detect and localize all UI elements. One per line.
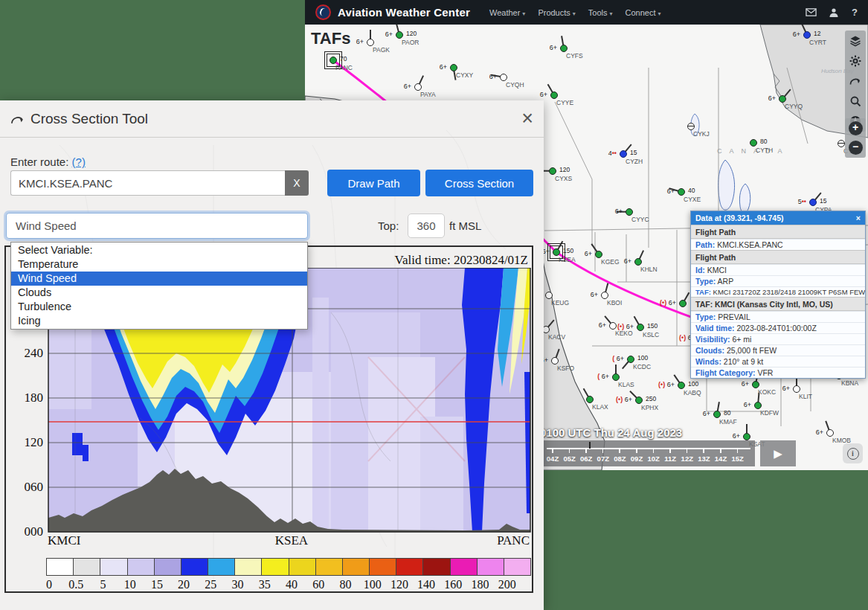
chevron-down-icon: ▾	[573, 10, 576, 17]
nav-item-connect[interactable]: Connect▾	[626, 8, 661, 17]
station-label: KSEA	[559, 256, 576, 263]
popup-data-row: TAF: KMCI 231720Z 2318/2418 21009KT P6SM…	[691, 286, 865, 297]
station-label: PAOR	[402, 39, 419, 46]
nav-item-products[interactable]: Products▾	[538, 8, 575, 17]
timeline-tick	[585, 449, 587, 453]
station-symbol-icon	[595, 251, 602, 258]
colorbar-tick-label: 80	[339, 578, 351, 591]
dropdown-option-wind-speed[interactable]: Wind Speed	[11, 272, 307, 286]
dropdown-option-icing[interactable]: Icing	[11, 314, 307, 328]
y-axis-tick-label: 000	[10, 524, 43, 539]
timeline-tick-label[interactable]: 15Z	[731, 455, 743, 463]
colorbar-tick-label: 140	[417, 578, 435, 591]
dropdown-option-turbulence[interactable]: Turbulence	[11, 300, 307, 314]
chevron-down-icon: ▾	[658, 10, 661, 17]
dropdown-option-clouds[interactable]: Clouds	[11, 286, 307, 300]
route-input[interactable]	[10, 170, 285, 196]
popup-data-row: Visibility: 6+ mi	[691, 333, 865, 344]
colorbar-cell	[316, 559, 343, 575]
station-label: CYXY	[456, 71, 473, 79]
cross-section-button[interactable]: Cross Section	[425, 170, 533, 196]
station-label: KMAF	[719, 418, 737, 426]
timeline-tick-label[interactable]: 12Z	[681, 455, 693, 463]
colorbar-cell	[451, 559, 478, 575]
timeline-tick-label[interactable]: 10Z	[647, 455, 659, 463]
search-icon[interactable]	[848, 94, 863, 109]
colorbar-tick-label: 30	[232, 578, 244, 591]
map-tool-rail	[845, 30, 866, 132]
colorbar-tick-label: 0	[46, 578, 52, 591]
station-symbol-icon	[809, 199, 817, 206]
colorbar-cell	[370, 559, 396, 575]
timeline-slider[interactable]: 04Z05Z06Z07Z08Z09Z10Z11Z12Z13Z14Z15Z	[544, 440, 755, 466]
variable-dropdown-list: Select Variable:TemperatureWind SpeedClo…	[10, 242, 308, 330]
colorbar-cell	[396, 559, 423, 575]
colorbar	[46, 558, 531, 576]
top-input[interactable]	[408, 214, 445, 238]
layers-icon[interactable]	[848, 33, 863, 48]
zoom-out-icon[interactable]: −	[849, 141, 863, 155]
station-symbol-icon	[803, 31, 811, 39]
popup-data-row: Type: ARP	[691, 275, 865, 286]
popup-data-row: Flight Category: VFR	[691, 367, 865, 378]
station-label: KOKC	[758, 388, 776, 396]
route-help-link[interactable]: (?)	[72, 155, 86, 168]
play-button[interactable]: ▶	[760, 440, 796, 466]
station-symbol-icon	[637, 324, 644, 331]
chart-valid-time: Valid time: 20230824/01Z	[395, 253, 528, 268]
colorbar-labels: 00.5510152025303540608010012014016018020…	[46, 578, 531, 593]
timeline-tick-label[interactable]: 04Z	[547, 455, 559, 463]
station-label: KPHX	[641, 404, 658, 411]
colorbar-cell	[504, 559, 530, 575]
info-button[interactable]: i	[843, 443, 863, 463]
x-axis-station-label: PANC	[497, 533, 530, 548]
zoom-in-icon[interactable]: +	[849, 121, 863, 135]
variable-select[interactable]: Wind Speed	[6, 213, 308, 239]
header-icons: ?	[806, 7, 858, 18]
timeline-tick-label[interactable]: 13Z	[698, 455, 710, 463]
canada-label: C A N A D A	[717, 147, 785, 155]
mail-icon[interactable]	[806, 7, 817, 17]
popup-data-row: Valid time: 2023-08-24T01:00:00Z	[691, 322, 865, 333]
cross-section-icon[interactable]	[848, 74, 863, 89]
cross-section-dialog: Cross Section Tool × Enter route: (?) X …	[0, 100, 544, 610]
popup-data-row: Path: KMCI.KSEA.PANC	[691, 239, 865, 250]
nav-item-tools[interactable]: Tools▾	[588, 8, 613, 17]
colorbar-tick-label: 10	[124, 578, 136, 591]
station-label: KBNA	[841, 379, 858, 387]
timeline-tick-label[interactable]: 08Z	[614, 455, 626, 463]
variable-select-value: Wind Speed	[16, 219, 77, 232]
dropdown-option-temperature[interactable]: Temperature	[11, 257, 307, 272]
timeline-tick-label[interactable]: 14Z	[715, 455, 727, 463]
colorbar-tick-label: 100	[364, 578, 382, 591]
dropdown-option-select-variable-[interactable]: Select Variable:	[11, 243, 307, 257]
timeline-tick-label[interactable]: 09Z	[631, 455, 643, 463]
settings-icon[interactable]	[848, 54, 863, 68]
colorbar-cell	[478, 559, 504, 575]
station-label: CYYC	[631, 216, 649, 223]
station-label: KEUG	[551, 299, 569, 306]
timeline-tick-label[interactable]: 07Z	[597, 455, 609, 463]
help-icon[interactable]: ?	[852, 7, 858, 18]
station-label: CYYE	[556, 99, 573, 106]
route-clear-button[interactable]: X	[285, 170, 309, 196]
dialog-close-icon[interactable]: ×	[521, 109, 533, 129]
timeline-tick-label[interactable]: 06Z	[580, 455, 592, 463]
site-header: Aviation Weather Center Weather▾Products…	[305, 0, 868, 25]
colorbar-tick-label: 180	[472, 578, 489, 591]
popup-data-row: Winds: 210° at 9 kt	[691, 356, 865, 367]
colorbar-tick-label: 200	[498, 578, 516, 591]
station-label: CYFS	[566, 52, 583, 60]
route-input-group: X	[10, 170, 309, 196]
station-symbol-icon	[826, 429, 834, 437]
popup-data-row: Id: KMCI	[691, 264, 865, 275]
timeline-tick-label[interactable]: 11Z	[664, 455, 676, 463]
station-label: KEKO	[615, 330, 633, 337]
popup-close-icon[interactable]: ×	[856, 214, 861, 222]
draw-path-button[interactable]: Draw Path	[327, 170, 420, 196]
station-symbol-icon	[679, 300, 687, 307]
timeline-tick-label[interactable]: 05Z	[563, 455, 575, 463]
nav-item-weather[interactable]: Weather▾	[489, 8, 525, 17]
colorbar-tick-label: 0.5	[68, 578, 83, 591]
user-icon[interactable]	[829, 7, 840, 17]
